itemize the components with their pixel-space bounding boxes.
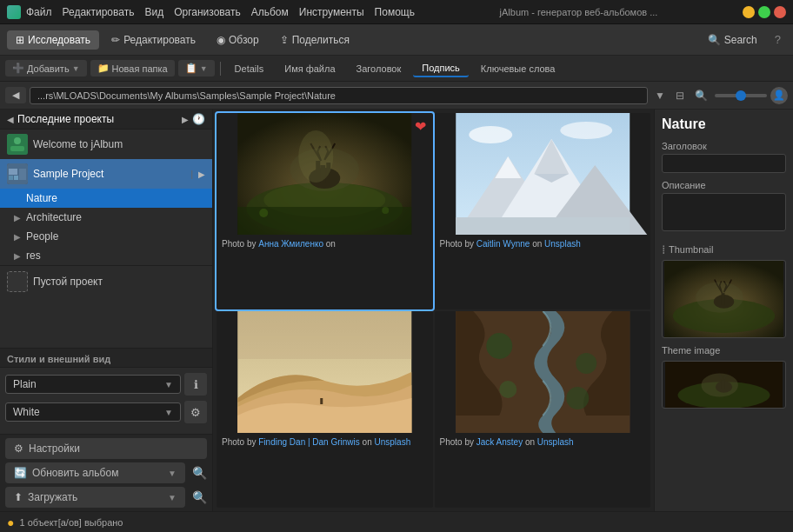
close-button[interactable] (774, 6, 786, 18)
skin-dropdown[interactable]: White ▼ (5, 402, 181, 422)
recent-projects-header[interactable]: ◀ Последние проекты ▶ 🕐 (0, 110, 212, 130)
add-dropdown-arrow: ▼ (72, 64, 80, 73)
tab-preview[interactable]: ◉ Обзор (208, 30, 268, 50)
tab-filename[interactable]: Имя файла (276, 61, 343, 76)
photo-cell-2[interactable]: Photo by Caitlin Wynne on Unsplash (435, 113, 651, 309)
path-bar: ...rs\MLOADS\Documents\My Albums\Samples… (30, 87, 648, 104)
tab-details[interactable]: Details (226, 61, 273, 76)
tab-explore[interactable]: ⊞ Исследовать (7, 30, 99, 50)
photo-thumbnail-2 (435, 113, 651, 235)
tree-item-people[interactable]: ▶ People (0, 227, 212, 246)
svg-rect-2 (10, 146, 24, 151)
settings-button[interactable]: ⚙ Настройки (5, 438, 207, 459)
style-dropdown[interactable]: Plain ▼ (5, 375, 181, 394)
style-panel: Plain ▼ ℹ White ▼ ⚙ (0, 368, 212, 434)
project-expand-icon: | (190, 170, 193, 179)
heading-input[interactable] (662, 154, 786, 173)
new-folder-button[interactable]: 📁 Новая папка (90, 60, 175, 76)
svg-rect-7 (19, 169, 26, 180)
project-welcome[interactable]: Welcome to jAlbum (0, 130, 212, 159)
svg-point-18 (259, 209, 268, 217)
tab-edit[interactable]: ✏ Редактировать (103, 30, 204, 50)
menu-tools[interactable]: Инструменты (299, 6, 364, 18)
clock-icon[interactable]: 🕐 (192, 113, 205, 125)
photo-cell-1[interactable]: ❤ Photo by Анна Жмиленко on (217, 113, 433, 309)
view-icon[interactable]: ⊟ (672, 88, 688, 103)
settings-label: Настройки (29, 442, 80, 455)
menu-file[interactable]: Файл (26, 6, 52, 18)
menu-edit[interactable]: Редактировать (63, 6, 135, 18)
user-avatar[interactable]: 👤 (770, 87, 788, 104)
explore-label: Исследовать (28, 34, 90, 46)
update-album-button[interactable]: 🔄 Обновить альбом ▼ (5, 462, 185, 483)
menu-help[interactable]: Помощь (375, 6, 415, 18)
project-empty[interactable]: Пустой проект (0, 266, 212, 297)
back-icon: ◀ (12, 90, 19, 101)
status-indicator: ● (7, 515, 14, 529)
zoom-slider[interactable] (715, 94, 767, 97)
tab-keywords[interactable]: Ключевые слова (472, 61, 564, 76)
caption-author-link-1[interactable]: Анна Жмиленко (258, 239, 323, 249)
tree-item-res[interactable]: ▶ res (0, 246, 212, 265)
empty-project-icon (7, 271, 28, 292)
tree-item-nature[interactable]: Nature (0, 189, 212, 208)
menu-album[interactable]: Альбом (251, 6, 289, 18)
thumbnail-dots-icon: ⁞ (662, 243, 665, 256)
minimize-button[interactable] (743, 6, 755, 18)
menu-view[interactable]: Вид (144, 6, 163, 18)
welcome-project-icon (7, 134, 28, 155)
explore-icon: ⊞ (16, 34, 24, 46)
style-info-button[interactable]: ℹ (184, 373, 207, 396)
caption-platform-link-3[interactable]: Unsplash (375, 437, 411, 447)
filter-icon[interactable]: ▼ (651, 88, 669, 103)
svg-rect-6 (14, 176, 18, 180)
edit-label: Редактировать (123, 34, 196, 46)
svg-point-16 (298, 130, 333, 183)
zoom-icon[interactable]: 🔍 (691, 88, 711, 103)
caption-text-2: Photo by (440, 239, 476, 249)
more-actions-button[interactable]: 📋 ▼ (178, 60, 215, 76)
tab-caption[interactable]: Подпись (413, 60, 469, 77)
caption-author-link-2[interactable]: Caitlin Wynne (476, 239, 530, 249)
status-text: 1 объект[а/ов] выбрано (19, 517, 123, 528)
back-arrow-icon: ◀ (7, 115, 14, 124)
upload-button[interactable]: ⬆ Загружать ▼ (5, 487, 185, 508)
caption-author-link-3[interactable]: Finding Dan | Dan Grinwis (258, 437, 360, 447)
settings-icon: ⚙ (14, 442, 23, 455)
tree-item-label: res (26, 249, 205, 262)
search-label: Search (724, 34, 757, 46)
actionbar: ➕ Добавить ▼ 📁 Новая папка 📋 ▼ Details И… (0, 56, 793, 82)
description-field-label: Описание (662, 180, 786, 190)
caption-text-3: Photo by (222, 437, 258, 447)
skin-settings-button[interactable]: ⚙ (184, 401, 207, 423)
theme-preview (663, 362, 785, 408)
project-list: Welcome to jAlbum Sample Project | ▶ (0, 130, 212, 348)
caption-platform-link-4[interactable]: Unsplash (537, 437, 574, 447)
project-sample[interactable]: Sample Project | ▶ (0, 159, 212, 189)
help-icon[interactable]: ? (770, 30, 786, 49)
tab-heading[interactable]: Заголовок (348, 61, 410, 76)
tab-share[interactable]: ⇪ Поделиться (271, 30, 358, 50)
menu-organize[interactable]: Организовать (174, 6, 241, 18)
add-button[interactable]: ➕ Добавить ▼ (5, 60, 87, 76)
caption-author-link-4[interactable]: Jack Anstey (476, 437, 523, 447)
photo-cell-4[interactable]: Photo by Jack Anstey on Unsplash (435, 311, 651, 508)
caption-platform-link-2[interactable]: Unsplash (544, 239, 581, 249)
upload-label: Загружать (28, 491, 77, 503)
zoom-in-icon[interactable]: 🔍 (192, 490, 207, 504)
maximize-button[interactable] (758, 6, 770, 18)
thumbnail-label-row: ⁞ Thumbnail (662, 243, 786, 256)
panel-title: Nature (662, 116, 786, 132)
search-in-update-icon[interactable]: 🔍 (192, 466, 207, 480)
bottom-buttons: ⚙ Настройки 🔄 Обновить альбом ▼ 🔍 ⬆ Загр… (0, 434, 212, 511)
nav-back-button[interactable]: ◀ (5, 87, 26, 103)
update-label: Обновить альбом (32, 467, 118, 479)
photo-cell-3[interactable]: Photo by Finding Dan | Dan Grinwis on Un… (217, 311, 433, 508)
svg-point-35 (576, 353, 596, 374)
search-button[interactable]: 🔍 Search (699, 30, 766, 50)
description-textarea[interactable] (662, 193, 786, 231)
main-area: ◀ Последние проекты ▶ 🕐 Welcome to jAlbu… (0, 110, 793, 511)
tree-item-architecture[interactable]: ▶ Architecture (0, 208, 212, 227)
caption-text-4: Photo by (440, 437, 476, 447)
folder-icon: 📁 (97, 63, 110, 74)
